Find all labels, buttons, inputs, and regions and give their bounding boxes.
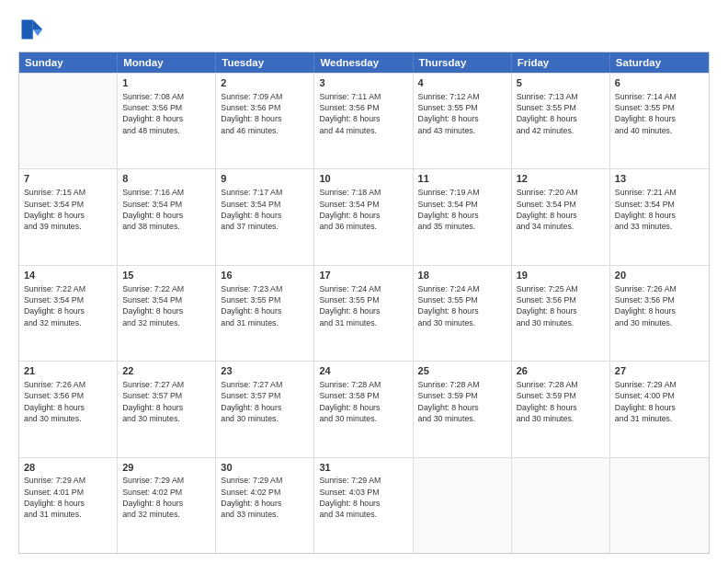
- day-info: Sunrise: 7:16 AM Sunset: 3:54 PM Dayligh…: [122, 187, 210, 232]
- day-info: Sunrise: 7:29 AM Sunset: 4:03 PM Dayligh…: [319, 475, 407, 520]
- calendar-row-5: 28Sunrise: 7:29 AM Sunset: 4:01 PM Dayli…: [19, 457, 709, 553]
- calendar-cell: 17Sunrise: 7:24 AM Sunset: 3:55 PM Dayli…: [314, 266, 413, 361]
- day-info: Sunrise: 7:27 AM Sunset: 3:57 PM Dayligh…: [122, 379, 210, 424]
- day-number: 17: [319, 269, 407, 282]
- day-number: 19: [517, 269, 605, 282]
- header-day-wednesday: Wednesday: [314, 52, 413, 73]
- day-info: Sunrise: 7:22 AM Sunset: 3:54 PM Dayligh…: [122, 283, 210, 328]
- calendar-cell: 30Sunrise: 7:29 AM Sunset: 4:02 PM Dayli…: [216, 458, 314, 553]
- day-number: 29: [122, 461, 210, 475]
- day-info: Sunrise: 7:28 AM Sunset: 3:59 PM Dayligh…: [517, 379, 605, 424]
- day-info: Sunrise: 7:13 AM Sunset: 3:55 PM Dayligh…: [517, 91, 605, 136]
- day-info: Sunrise: 7:17 AM Sunset: 3:54 PM Dayligh…: [221, 187, 309, 232]
- header-day-tuesday: Tuesday: [216, 52, 314, 73]
- header-day-friday: Friday: [512, 52, 610, 73]
- calendar-cell: 16Sunrise: 7:23 AM Sunset: 3:55 PM Dayli…: [216, 266, 314, 361]
- day-number: 6: [615, 76, 704, 90]
- header-day-sunday: Sunday: [19, 52, 118, 73]
- calendar-cell: 23Sunrise: 7:27 AM Sunset: 3:57 PM Dayli…: [216, 362, 314, 456]
- calendar-row-4: 21Sunrise: 7:26 AM Sunset: 3:56 PM Dayli…: [19, 361, 709, 456]
- day-number: 18: [418, 269, 506, 282]
- calendar-cell: 13Sunrise: 7:21 AM Sunset: 3:54 PM Dayli…: [610, 169, 709, 264]
- day-info: Sunrise: 7:25 AM Sunset: 3:56 PM Dayligh…: [517, 283, 605, 328]
- logo-icon: [18, 17, 44, 42]
- day-info: Sunrise: 7:29 AM Sunset: 4:01 PM Dayligh…: [24, 475, 112, 520]
- day-number: 23: [221, 364, 309, 378]
- day-info: Sunrise: 7:26 AM Sunset: 3:56 PM Dayligh…: [615, 283, 704, 328]
- calendar-cell: 8Sunrise: 7:16 AM Sunset: 3:54 PM Daylig…: [118, 169, 216, 264]
- calendar-cell: 11Sunrise: 7:19 AM Sunset: 3:54 PM Dayli…: [414, 169, 512, 264]
- svg-marker-0: [33, 20, 43, 30]
- calendar-cell: 4Sunrise: 7:12 AM Sunset: 3:55 PM Daylig…: [414, 74, 512, 168]
- calendar: SundayMondayTuesdayWednesdayThursdayFrid…: [18, 52, 710, 554]
- calendar-cell: 14Sunrise: 7:22 AM Sunset: 3:54 PM Dayli…: [19, 266, 118, 361]
- header-day-monday: Monday: [118, 52, 216, 73]
- day-number: 21: [24, 364, 112, 378]
- day-number: 12: [517, 172, 605, 186]
- day-info: Sunrise: 7:09 AM Sunset: 3:56 PM Dayligh…: [221, 91, 309, 136]
- svg-marker-1: [33, 29, 43, 36]
- calendar-row-1: 1Sunrise: 7:08 AM Sunset: 3:56 PM Daylig…: [19, 73, 709, 168]
- day-info: Sunrise: 7:11 AM Sunset: 3:56 PM Dayligh…: [319, 91, 407, 136]
- calendar-cell: 19Sunrise: 7:25 AM Sunset: 3:56 PM Dayli…: [512, 266, 610, 361]
- calendar-header: SundayMondayTuesdayWednesdayThursdayFrid…: [19, 52, 709, 73]
- calendar-cell: 25Sunrise: 7:28 AM Sunset: 3:59 PM Dayli…: [414, 362, 512, 456]
- calendar-row-3: 14Sunrise: 7:22 AM Sunset: 3:54 PM Dayli…: [19, 265, 709, 361]
- day-info: Sunrise: 7:27 AM Sunset: 3:57 PM Dayligh…: [221, 379, 309, 424]
- day-info: Sunrise: 7:23 AM Sunset: 3:55 PM Dayligh…: [221, 283, 309, 328]
- day-number: 16: [221, 269, 309, 282]
- day-info: Sunrise: 7:21 AM Sunset: 3:54 PM Dayligh…: [615, 187, 704, 232]
- calendar-cell: 24Sunrise: 7:28 AM Sunset: 3:58 PM Dayli…: [314, 362, 413, 456]
- calendar-cell: [610, 458, 709, 553]
- calendar-cell: [414, 458, 512, 553]
- calendar-cell: 15Sunrise: 7:22 AM Sunset: 3:54 PM Dayli…: [118, 266, 216, 361]
- day-number: 24: [319, 364, 407, 378]
- day-number: 8: [122, 172, 210, 186]
- day-number: 11: [418, 172, 506, 186]
- calendar-row-2: 7Sunrise: 7:15 AM Sunset: 3:54 PM Daylig…: [19, 168, 709, 264]
- day-number: 25: [418, 364, 506, 378]
- day-info: Sunrise: 7:20 AM Sunset: 3:54 PM Dayligh…: [517, 187, 605, 232]
- day-info: Sunrise: 7:18 AM Sunset: 3:54 PM Dayligh…: [319, 187, 407, 232]
- calendar-cell: 2Sunrise: 7:09 AM Sunset: 3:56 PM Daylig…: [216, 74, 314, 168]
- calendar-cell: 26Sunrise: 7:28 AM Sunset: 3:59 PM Dayli…: [512, 362, 610, 456]
- svg-rect-2: [22, 20, 33, 40]
- day-number: 22: [122, 364, 210, 378]
- day-number: 5: [517, 76, 605, 90]
- day-number: 28: [24, 461, 112, 475]
- calendar-cell: 5Sunrise: 7:13 AM Sunset: 3:55 PM Daylig…: [512, 74, 610, 168]
- calendar-cell: 28Sunrise: 7:29 AM Sunset: 4:01 PM Dayli…: [19, 458, 118, 553]
- day-number: 30: [221, 461, 309, 475]
- calendar-cell: 12Sunrise: 7:20 AM Sunset: 3:54 PM Dayli…: [512, 169, 610, 264]
- day-number: 14: [24, 269, 112, 282]
- day-number: 10: [319, 172, 407, 186]
- day-info: Sunrise: 7:14 AM Sunset: 3:55 PM Dayligh…: [615, 91, 704, 136]
- day-number: 13: [615, 172, 704, 186]
- calendar-cell: 21Sunrise: 7:26 AM Sunset: 3:56 PM Dayli…: [19, 362, 118, 456]
- calendar-cell: 10Sunrise: 7:18 AM Sunset: 3:54 PM Dayli…: [314, 169, 413, 264]
- calendar-cell: 18Sunrise: 7:24 AM Sunset: 3:55 PM Dayli…: [414, 266, 512, 361]
- day-info: Sunrise: 7:28 AM Sunset: 3:59 PM Dayligh…: [418, 379, 506, 424]
- page: SundayMondayTuesdayWednesdayThursdayFrid…: [0, 0, 728, 563]
- calendar-cell: 3Sunrise: 7:11 AM Sunset: 3:56 PM Daylig…: [314, 74, 413, 168]
- day-number: 3: [319, 76, 407, 90]
- calendar-cell: [512, 458, 610, 553]
- calendar-cell: [19, 74, 118, 168]
- day-info: Sunrise: 7:29 AM Sunset: 4:00 PM Dayligh…: [615, 379, 704, 424]
- day-number: 31: [319, 461, 407, 475]
- day-info: Sunrise: 7:24 AM Sunset: 3:55 PM Dayligh…: [319, 283, 407, 328]
- day-number: 27: [615, 364, 704, 378]
- day-info: Sunrise: 7:12 AM Sunset: 3:55 PM Dayligh…: [418, 91, 506, 136]
- calendar-cell: 29Sunrise: 7:29 AM Sunset: 4:02 PM Dayli…: [118, 458, 216, 553]
- day-info: Sunrise: 7:15 AM Sunset: 3:54 PM Dayligh…: [24, 187, 112, 232]
- calendar-cell: 20Sunrise: 7:26 AM Sunset: 3:56 PM Dayli…: [610, 266, 709, 361]
- day-number: 7: [24, 172, 112, 186]
- day-info: Sunrise: 7:29 AM Sunset: 4:02 PM Dayligh…: [221, 475, 309, 520]
- day-info: Sunrise: 7:24 AM Sunset: 3:55 PM Dayligh…: [418, 283, 506, 328]
- day-number: 4: [418, 76, 506, 90]
- calendar-cell: 1Sunrise: 7:08 AM Sunset: 3:56 PM Daylig…: [118, 74, 216, 168]
- day-number: 26: [517, 364, 605, 378]
- calendar-cell: 27Sunrise: 7:29 AM Sunset: 4:00 PM Dayli…: [610, 362, 709, 456]
- calendar-cell: 6Sunrise: 7:14 AM Sunset: 3:55 PM Daylig…: [610, 74, 709, 168]
- header: [18, 17, 710, 42]
